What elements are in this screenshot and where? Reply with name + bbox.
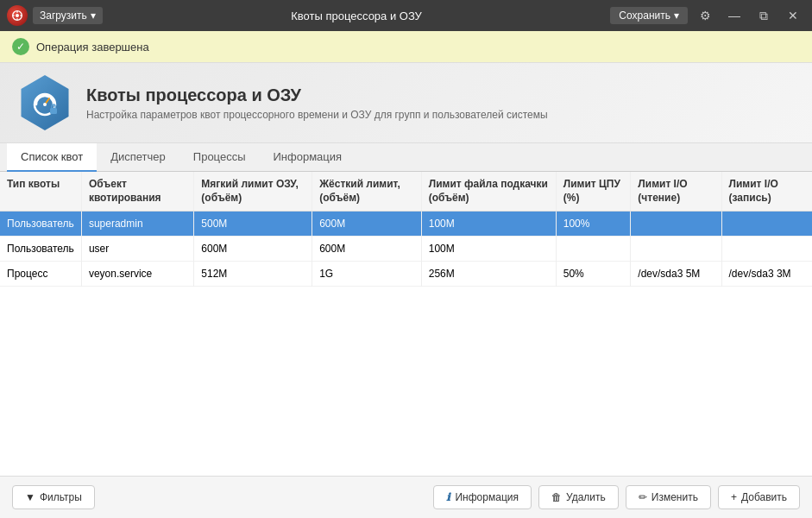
cell-hard-limit: 600M (312, 212, 422, 237)
svg-point-1 (16, 14, 19, 17)
cell-type: Процесс (0, 262, 81, 287)
content-area: Тип квоты Объект квотирования Мягкий лим… (0, 172, 812, 495)
cell-object: superadmin (81, 212, 193, 237)
close-icon: ✕ (788, 9, 798, 22)
cell-cpu: 50% (556, 262, 631, 287)
add-label: Добавить (741, 491, 787, 503)
cell-io-read (631, 212, 721, 237)
info-label: Информация (455, 491, 518, 503)
app-icon (7, 5, 28, 26)
table-row[interactable]: Пользователь superadmin 500M 600M 100M 1… (0, 212, 812, 237)
delete-icon: 🗑 (551, 491, 562, 503)
col-io-read: Лимит I/O (чтение) (631, 172, 721, 212)
tab-dispatcher[interactable]: Диспетчер (97, 143, 179, 172)
header-text: Квоты процессора и ОЗУ Настройка парамет… (86, 85, 548, 121)
col-swap: Лимит файла подкачки (объём) (421, 172, 556, 212)
add-icon: + (731, 491, 737, 503)
cell-swap: 100M (421, 237, 556, 262)
info-button[interactable]: ℹ Информация (433, 485, 531, 509)
titlebar-right: Сохранить ▾ ⚙ — ⧉ ✕ (610, 3, 805, 28)
edit-label: Изменить (651, 491, 698, 503)
cell-io-write (721, 237, 812, 262)
tab-info[interactable]: Информация (260, 143, 356, 172)
main-content: Тип квоты Объект квотирования Мягкий лим… (0, 172, 812, 495)
titlebar-left: Загрузить ▾ (7, 5, 103, 26)
info-icon: ℹ (446, 491, 450, 503)
tab-processes[interactable]: Процессы (179, 143, 260, 172)
table-body: Пользователь superadmin 500M 600M 100M 1… (0, 212, 812, 287)
col-io-write: Лимит I/O (запись) (721, 172, 812, 212)
table-row[interactable]: Пользователь user 600M 600M 100M (0, 237, 812, 262)
success-icon: ✓ (12, 38, 29, 55)
filter-icon: ▼ (25, 491, 35, 503)
cell-type: Пользователь (0, 212, 81, 237)
cell-object: user (81, 237, 193, 262)
edit-button[interactable]: ✏ Изменить (626, 485, 711, 509)
tab-quota-list[interactable]: Список квот (7, 143, 97, 172)
header-subtitle: Настройка параметров квот процессорного … (86, 109, 548, 121)
cell-io-write (721, 212, 812, 237)
window-title: Квоты процессора и ОЗУ (103, 9, 611, 22)
cell-soft-ram: 600M (194, 237, 312, 262)
save-button[interactable]: Сохранить ▾ (610, 7, 688, 24)
col-soft-ram: Мягкий лимит ОЗУ, (объём) (194, 172, 312, 212)
app-header: Квоты процессора и ОЗУ Настройка парамет… (0, 63, 812, 143)
restore-button[interactable]: ⧉ (752, 3, 776, 28)
restore-icon: ⧉ (759, 9, 768, 23)
edit-icon: ✏ (639, 491, 647, 503)
header-title: Квоты процессора и ОЗУ (86, 85, 548, 105)
gear-icon: ⚙ (700, 9, 711, 22)
svg-rect-9 (50, 108, 57, 114)
cell-hard-limit: 600M (312, 237, 422, 262)
close-button[interactable]: ✕ (781, 3, 805, 28)
filter-button[interactable]: ▼ Фильтры (12, 485, 95, 509)
hex-icon-bg (17, 75, 72, 130)
cell-io-read: /dev/sda3 5M (631, 262, 721, 287)
titlebar: Загрузить ▾ Квоты процессора и ОЗУ Сохра… (0, 0, 812, 31)
minimize-icon: — (728, 9, 740, 22)
toolbar-left: ▼ Фильтры (12, 485, 95, 509)
cell-swap: 100M (421, 212, 556, 237)
cell-soft-ram: 500M (194, 212, 312, 237)
quota-table: Тип квоты Объект квотирования Мягкий лим… (0, 172, 812, 287)
minimize-button[interactable]: — (722, 3, 746, 28)
toolbar-right: ℹ Информация 🗑 Удалить ✏ Изменить + Доба… (433, 485, 800, 509)
settings-button[interactable]: ⚙ (693, 3, 717, 28)
col-object: Объект квотирования (81, 172, 193, 212)
cell-io-write: /dev/sda3 3M (721, 262, 812, 287)
cell-cpu (556, 237, 631, 262)
cell-io-read (631, 237, 721, 262)
load-button[interactable]: Загрузить ▾ (33, 7, 103, 24)
delete-button[interactable]: 🗑 Удалить (538, 485, 619, 509)
save-label: Сохранить (619, 9, 670, 22)
delete-label: Удалить (566, 491, 606, 503)
table-header: Тип квоты Объект квотирования Мягкий лим… (0, 172, 812, 212)
col-type: Тип квоты (0, 172, 81, 212)
col-cpu: Лимит ЦПУ (%) (556, 172, 631, 212)
cell-soft-ram: 512M (194, 262, 312, 287)
cell-cpu: 100% (556, 212, 631, 237)
cell-hard-limit: 1G (312, 262, 422, 287)
cell-type: Пользователь (0, 237, 81, 262)
load-arrow-icon: ▾ (91, 9, 96, 22)
header-icon (17, 75, 72, 130)
cell-swap: 256M (421, 262, 556, 287)
add-button[interactable]: + Добавить (718, 485, 800, 509)
tab-bar: Список квот Диспетчер Процессы Информаци… (0, 143, 812, 172)
svg-point-8 (43, 103, 47, 106)
bottom-toolbar: ▼ Фильтры ℹ Информация 🗑 Удалить ✏ Измен… (0, 476, 812, 518)
save-arrow-icon: ▾ (674, 9, 679, 22)
table-row[interactable]: Процесс veyon.service 512M 1G 256M 50% /… (0, 262, 812, 287)
notification-bar: ✓ Операция завершена (0, 31, 812, 63)
load-label: Загрузить (40, 9, 87, 22)
filter-label: Фильтры (40, 491, 82, 503)
col-hard-limit: Жёсткий лимит, (объём) (312, 172, 422, 212)
notification-message: Операция завершена (36, 41, 149, 54)
cell-object: veyon.service (81, 262, 193, 287)
